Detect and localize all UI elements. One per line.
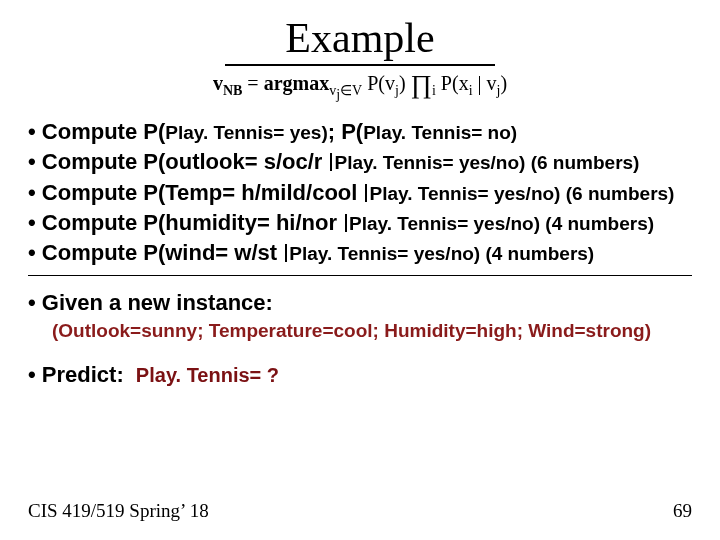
- line-3: • Compute P(Temp= h/mild/cool Play. Tenn…: [28, 178, 692, 208]
- compute-block: • Compute P(Play. Tennis= yes); P(Play. …: [28, 117, 692, 269]
- predict-value: Play. Tennis= ?: [136, 364, 279, 386]
- given-label: • Given a new instance:: [28, 290, 692, 316]
- line-5: • Compute P(wind= w/st Play. Tennis= yes…: [28, 238, 692, 268]
- pipe-icon: [285, 244, 287, 262]
- line-2: • Compute P(outlook= s/oc/r Play. Tennis…: [28, 147, 692, 177]
- footer-page: 69: [673, 500, 692, 522]
- divider: [28, 275, 692, 276]
- instance-text: (Outlook=sunny; Temperature=cool; Humidi…: [52, 320, 692, 342]
- slide-title: Example: [28, 14, 692, 62]
- predict-row: • Predict: Play. Tennis= ?: [28, 362, 692, 388]
- nb-formula: vNB = argmaxvj∈V P(vj) ∏i P(xi | vj): [28, 70, 692, 103]
- line-4: • Compute P(humidity= hi/nor Play. Tenni…: [28, 208, 692, 238]
- title-underline: [225, 64, 495, 66]
- slide: Example vNB = argmaxvj∈V P(vj) ∏i P(xi |…: [0, 0, 720, 540]
- pipe-icon: [345, 214, 347, 232]
- footer-course: CIS 419/519 Spring’ 18: [28, 500, 209, 522]
- line-1: • Compute P(Play. Tennis= yes); P(Play. …: [28, 117, 692, 147]
- pipe-icon: [365, 184, 367, 202]
- predict-label: • Predict:: [28, 362, 124, 387]
- pipe-icon: [330, 153, 332, 171]
- footer: CIS 419/519 Spring’ 18 69: [28, 500, 692, 522]
